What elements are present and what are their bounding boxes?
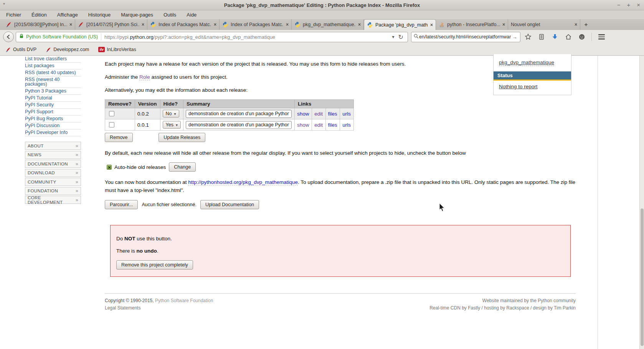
tab-close-icon[interactable]: ×: [356, 22, 361, 27]
browser-tab-1[interactable]: [2015/08/30][Python] In...×: [3, 19, 75, 30]
sidebar-link-pypi-tutorial[interactable]: PyPI Tutorial: [25, 95, 81, 102]
tab-close-icon[interactable]: ×: [284, 22, 289, 27]
legal-statements-link[interactable]: Legal Statements: [105, 305, 140, 311]
tab-close-icon[interactable]: ×: [572, 22, 577, 27]
tab-close-icon[interactable]: ×: [139, 22, 144, 27]
developpez-icon: [46, 47, 51, 53]
section-label: COMMUNITY: [28, 180, 56, 184]
hide-select[interactable]: Yes▾: [163, 121, 181, 129]
search-input[interactable]: [419, 34, 511, 40]
status-report-link[interactable]: Nothing to report: [499, 84, 538, 89]
urls-cell: urls: [340, 108, 353, 119]
remove-checkbox[interactable]: [109, 111, 114, 116]
edit-link[interactable]: edit: [314, 111, 323, 117]
sidebar-section-about[interactable]: ABOUT»: [25, 142, 81, 150]
show-link[interactable]: show: [297, 111, 309, 117]
sidebar-section-core-development[interactable]: CORE DEVELOPMENT»: [25, 196, 81, 204]
browser-tab-8[interactable]: Nouvel onglet×: [508, 19, 580, 30]
sidebar-link-pypi-bug-reports[interactable]: PyPI Bug Reports: [25, 116, 81, 122]
role-link[interactable]: Role: [139, 74, 150, 80]
minimize-button[interactable]: −: [617, 1, 621, 9]
upload-documentation-button[interactable]: Upload Documentation: [200, 200, 259, 209]
window-menu-arrow-icon[interactable]: ▾: [3, 2, 5, 6]
bookmark-item-outils-dvp[interactable]: Outils DVP: [5, 47, 36, 53]
edit-cell: edit: [312, 108, 325, 119]
reading-list-icon[interactable]: [538, 33, 545, 41]
reload-icon[interactable]: ↻: [396, 33, 405, 41]
urls-cell: urls: [340, 119, 353, 131]
menu-item-historique[interactable]: Historique: [88, 12, 111, 18]
menu-item-dition[interactable]: Édition: [31, 12, 47, 18]
summary-input[interactable]: [186, 110, 292, 118]
search-go-icon[interactable]: →: [511, 34, 518, 40]
files-link[interactable]: files: [328, 122, 337, 128]
home-icon[interactable]: [565, 33, 572, 41]
sidebar-link-pypi-discussion[interactable]: PyPI Discussion: [25, 122, 81, 129]
close-window-button[interactable]: ×: [637, 1, 640, 9]
sidebar-section-foundation[interactable]: FOUNDATION»: [25, 187, 81, 195]
bookmark-item-inlibroveritas[interactable]: ilvInLibroVeritas: [98, 47, 136, 52]
browse-file-button[interactable]: Parcourir...: [105, 200, 138, 209]
remove-checkbox[interactable]: [109, 122, 114, 127]
chevron-right-icon: »: [76, 152, 78, 157]
show-link[interactable]: show: [297, 122, 309, 128]
sidebar-link-python-3-packages[interactable]: Python 3 Packages: [25, 88, 81, 95]
scrollbar-thumb[interactable]: [641, 208, 644, 346]
toolbar-separator: [591, 33, 592, 41]
pythonhosted-link[interactable]: http://pythonhosted.org/pkg_dvp_mathemat…: [188, 179, 298, 185]
downloads-icon[interactable]: [551, 33, 559, 41]
sidebar-link-rss-newest-40-packages[interactable]: RSS (newest 40 packages): [25, 76, 81, 88]
bookmark-item-developpez-com[interactable]: Developpez.com: [46, 47, 89, 53]
browser-tab-6[interactable]: Package 'pkg_dvp_math...×: [364, 19, 436, 30]
summary-input[interactable]: [186, 121, 292, 129]
psf-link[interactable]: Python Software Foundation: [155, 298, 213, 303]
sidebar-link-list-packages[interactable]: List packages: [25, 63, 81, 69]
sidebar-link-pypi-support[interactable]: PyPI Support: [25, 109, 81, 116]
chat-smiley-icon[interactable]: [578, 33, 586, 41]
edit-link[interactable]: edit: [314, 122, 323, 128]
sidebar-section-documentation[interactable]: DOCUMENTATION»: [25, 160, 81, 168]
url-bar[interactable]: Python Software Foundation (US) https://…: [16, 32, 408, 42]
maximize-button[interactable]: +: [627, 1, 630, 9]
sidebar-section-download[interactable]: DOWNLOAD»: [25, 169, 81, 177]
menu-hamburger-icon[interactable]: [598, 33, 605, 41]
search-bar[interactable]: →: [411, 32, 520, 42]
remove-button[interactable]: Remove: [105, 133, 133, 142]
bookmark-star-icon[interactable]: [524, 33, 532, 41]
sidebar-link-pypi-developer-info[interactable]: PyPI Developer Info: [25, 129, 81, 136]
browser-tab-2[interactable]: [2014/07/25] Python Sci...×: [75, 19, 147, 30]
menu-item-aide[interactable]: Aide: [187, 12, 197, 18]
vertical-scrollbar[interactable]: [639, 56, 644, 349]
url-dropdown-icon[interactable]: ▾: [390, 34, 396, 40]
url-text[interactable]: https://pypi.python.org/pypi?:action=pkg…: [104, 34, 390, 40]
tab-close-icon[interactable]: ×: [428, 22, 433, 28]
new-tab-button[interactable]: +: [580, 20, 592, 29]
menu-item-marque-pages[interactable]: Marque-pages: [121, 12, 153, 18]
files-link[interactable]: files: [328, 111, 337, 117]
urls-link[interactable]: urls: [342, 111, 351, 117]
sidebar-section-community[interactable]: COMMUNITY»: [25, 178, 81, 186]
package-name-link[interactable]: pkg_dvp_mathematique: [499, 60, 554, 66]
tab-close-icon[interactable]: ×: [67, 22, 72, 27]
browser-tab-7[interactable]: python - InsecurePlatfo...×: [436, 19, 508, 30]
sidebar-section-news[interactable]: NEWS»: [25, 151, 81, 159]
site-identity-label[interactable]: Python Software Foundation (US): [26, 34, 98, 40]
menu-item-affichage[interactable]: Affichage: [57, 12, 78, 18]
browser-tab-3[interactable]: Index of Packages Matc...×: [147, 19, 220, 30]
remove-project-button[interactable]: Remove this project completely: [116, 260, 193, 270]
menu-item-fichier[interactable]: Fichier: [6, 12, 21, 18]
sidebar-link-rss-latest-40-updates[interactable]: RSS (latest 40 updates): [25, 69, 81, 76]
change-button[interactable]: Change: [169, 162, 196, 172]
update-releases-button[interactable]: Update Releases: [159, 133, 205, 142]
autohide-checkbox[interactable]: [107, 165, 112, 170]
browser-tab-4[interactable]: Index of Packages Matc...×: [220, 19, 292, 30]
browser-tab-5[interactable]: pkg_dvp_mathematique...×: [292, 19, 364, 30]
hide-select[interactable]: No▾: [163, 110, 179, 117]
tab-close-icon[interactable]: ×: [211, 22, 216, 27]
urls-link[interactable]: urls: [342, 122, 351, 128]
menu-item-outils[interactable]: Outils: [163, 12, 176, 18]
tab-close-icon[interactable]: ×: [500, 22, 505, 27]
back-button[interactable]: [3, 31, 14, 42]
sidebar-link-pypi-security[interactable]: PyPI Security: [25, 102, 81, 109]
sidebar-link-list-trove-classifiers[interactable]: List trove classifiers: [25, 56, 81, 63]
